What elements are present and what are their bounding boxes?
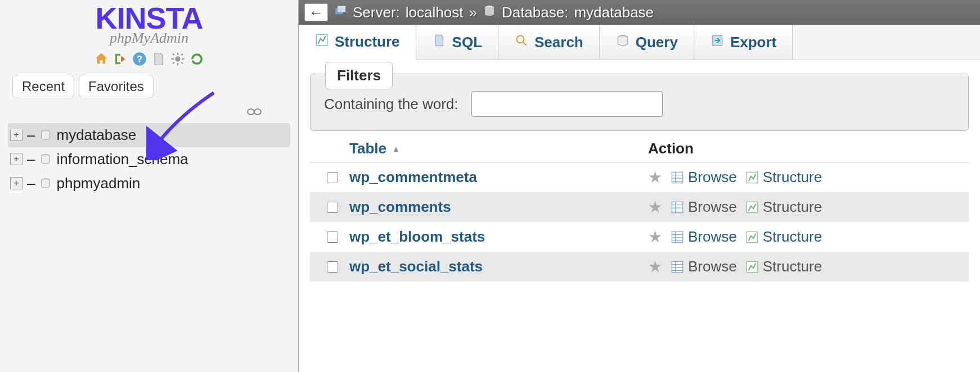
export-tab-icon xyxy=(710,33,725,52)
svg-point-12 xyxy=(254,109,261,115)
structure-action[interactable]: Structure xyxy=(745,169,822,186)
tab-export[interactable]: Export xyxy=(694,25,793,60)
sort-asc-icon: ▲ xyxy=(392,144,400,153)
browse-icon xyxy=(670,170,685,185)
table-body: wp_commentmeta★BrowseStructurewp_comment… xyxy=(310,162,969,282)
logout-icon[interactable] xyxy=(113,51,128,67)
database-value[interactable]: mydatabase xyxy=(574,4,654,21)
expand-icon[interactable]: + xyxy=(10,129,23,141)
browse-action[interactable]: Browse xyxy=(670,228,737,246)
row-checkbox[interactable] xyxy=(327,202,338,213)
header-table-column[interactable]: Table ▲ xyxy=(349,140,648,157)
tab-label: SQL xyxy=(452,34,482,51)
server-icon xyxy=(334,4,347,21)
server-label: Server: xyxy=(353,4,400,21)
table-name-link[interactable]: wp_et_bloom_stats xyxy=(349,228,648,246)
favorite-star-icon[interactable]: ★ xyxy=(648,168,662,187)
recent-button[interactable]: Recent xyxy=(12,75,74,98)
sql-doc-icon[interactable] xyxy=(151,51,167,67)
structure-action[interactable]: Structure xyxy=(745,198,822,216)
collapse-link-icon[interactable] xyxy=(246,105,262,119)
svg-point-2 xyxy=(175,56,180,61)
db-name-label: phpmyadmin xyxy=(56,175,140,192)
expand-icon[interactable]: + xyxy=(10,153,23,165)
product-name: phpMyAdmin xyxy=(8,30,290,47)
tab-sql[interactable]: SQL xyxy=(416,25,498,60)
home-icon[interactable] xyxy=(93,51,109,67)
db-tree-item[interactable]: +–mydatabase xyxy=(8,123,290,147)
tree-connector: – xyxy=(27,151,35,168)
tab-structure[interactable]: Structure xyxy=(299,25,416,60)
row-checkbox[interactable] xyxy=(327,172,338,183)
browse-action[interactable]: Browse xyxy=(670,198,737,216)
browse-action[interactable]: Browse xyxy=(670,258,737,275)
favorites-button[interactable]: Favorites xyxy=(79,75,154,98)
table-name-link[interactable]: wp_et_social_stats xyxy=(349,258,648,275)
settings-gear-icon[interactable] xyxy=(170,51,186,67)
table-row: wp_et_social_stats★BrowseStructure xyxy=(310,252,969,282)
database-label: Database: xyxy=(502,4,569,21)
svg-rect-7 xyxy=(172,53,174,55)
svg-rect-4 xyxy=(177,63,178,66)
server-value[interactable]: localhost xyxy=(406,4,464,21)
table-name-link[interactable]: wp_commentmeta xyxy=(349,169,648,186)
structure-action[interactable]: Structure xyxy=(745,258,822,275)
filters-title: Filters xyxy=(325,62,393,89)
query-tab-icon xyxy=(615,33,630,52)
sidebar-toolbar: ? xyxy=(8,51,290,67)
structure-icon xyxy=(745,200,759,215)
tree-connector: – xyxy=(27,175,35,192)
filters-panel: Filters Containing the word: xyxy=(310,74,969,131)
help-icon[interactable]: ? xyxy=(132,51,147,67)
browse-icon xyxy=(670,260,685,274)
tab-label: Export xyxy=(730,34,776,51)
browse-icon xyxy=(670,200,685,215)
tab-label: Search xyxy=(534,34,583,51)
structure-label: Structure xyxy=(763,169,822,186)
sidebar: KINSTA phpMyAdmin ? Recent Favorites +–m… xyxy=(0,0,298,372)
header-table-label: Table xyxy=(349,140,386,157)
back-button[interactable]: ← xyxy=(304,3,328,21)
main-panel: ← Server: localhost » Database: mydataba… xyxy=(298,0,980,372)
filter-input[interactable] xyxy=(471,91,663,117)
browse-action[interactable]: Browse xyxy=(670,169,737,186)
tab-label: Query xyxy=(636,34,678,51)
svg-rect-10 xyxy=(172,62,174,64)
row-checkbox[interactable] xyxy=(327,261,338,273)
row-checkbox[interactable] xyxy=(327,232,338,243)
browse-label: Browse xyxy=(688,169,737,186)
svg-rect-3 xyxy=(177,52,178,55)
database-icon xyxy=(39,177,52,189)
reload-icon[interactable] xyxy=(189,51,205,67)
filter-label: Containing the word: xyxy=(324,96,458,113)
table-header-row: Table ▲ Action xyxy=(310,135,969,162)
logo-block: KINSTA phpMyAdmin xyxy=(8,4,290,47)
tree-connector: – xyxy=(27,126,35,144)
db-tree-item[interactable]: +–phpmyadmin xyxy=(8,171,290,196)
favorite-star-icon[interactable]: ★ xyxy=(648,257,662,276)
svg-rect-5 xyxy=(171,58,174,59)
svg-rect-8 xyxy=(181,62,183,64)
tab-bar: StructureSQLSearchQueryExport xyxy=(299,25,980,60)
structure-tab-icon xyxy=(314,33,329,51)
browse-icon xyxy=(670,230,685,244)
database-icon xyxy=(483,4,496,21)
favorite-star-icon[interactable]: ★ xyxy=(648,228,662,246)
browse-label: Browse xyxy=(688,198,737,216)
tab-query[interactable]: Query xyxy=(600,25,694,60)
expand-icon[interactable]: + xyxy=(10,177,23,189)
tab-label: Structure xyxy=(335,33,400,51)
content-area: Filters Containing the word: Table ▲ Act… xyxy=(299,60,980,282)
breadcrumb: ← Server: localhost » Database: mydataba… xyxy=(299,0,980,25)
structure-icon xyxy=(745,230,759,244)
search-tab-icon xyxy=(514,33,529,52)
db-tree-item[interactable]: +–information_schema xyxy=(8,147,290,171)
svg-text:?: ? xyxy=(137,53,142,63)
structure-action[interactable]: Structure xyxy=(745,228,822,246)
favorite-star-icon[interactable]: ★ xyxy=(648,198,662,216)
tab-search[interactable]: Search xyxy=(498,25,600,60)
table-name-link[interactable]: wp_comments xyxy=(349,198,648,216)
database-icon xyxy=(39,153,52,165)
recent-favorites-tabs: Recent Favorites xyxy=(12,75,290,98)
svg-point-11 xyxy=(248,109,254,115)
